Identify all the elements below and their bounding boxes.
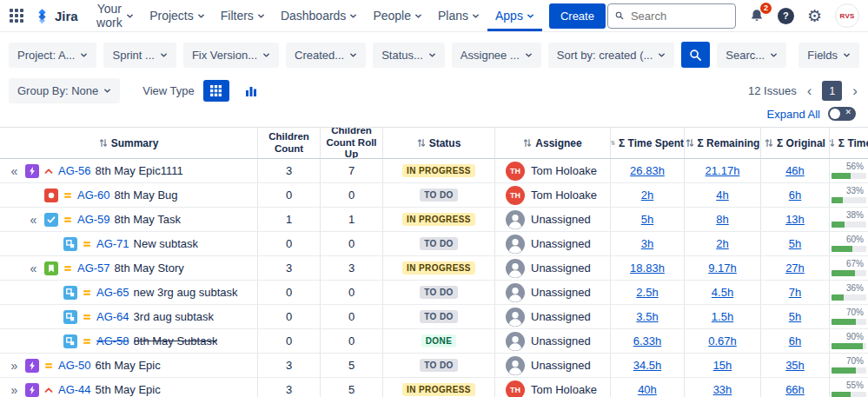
fields-dropdown[interactable]: Fields bbox=[798, 43, 859, 68]
time-spent-link[interactable]: 6.33h bbox=[633, 334, 662, 347]
filter-dropdown-assignee[interactable]: Assignee ... bbox=[452, 43, 541, 68]
time-spent-link[interactable]: 34.5h bbox=[633, 359, 662, 372]
remaining-link[interactable]: 0.67h bbox=[708, 334, 737, 347]
time-spent-link[interactable]: 2h bbox=[641, 189, 653, 202]
remaining-link[interactable]: 4.5h bbox=[712, 286, 733, 299]
remaining-link[interactable]: 1.5h bbox=[712, 310, 733, 323]
nav-item-dashboards[interactable]: Dashboards bbox=[273, 0, 366, 31]
filter-search-button[interactable] bbox=[681, 42, 710, 68]
remaining-link[interactable]: 2h bbox=[716, 237, 728, 250]
expand-all-toggle[interactable]: ✕ bbox=[828, 107, 856, 121]
nav-item-filters[interactable]: Filters bbox=[213, 0, 273, 31]
prev-page-button[interactable]: ‹ bbox=[805, 83, 814, 98]
create-button[interactable]: Create bbox=[549, 3, 606, 29]
original-link[interactable]: 46h bbox=[785, 164, 805, 177]
header-status[interactable]: Status bbox=[383, 128, 495, 159]
filter-dropdown-sprint[interactable]: Sprint ... bbox=[103, 43, 176, 68]
issue-key-link[interactable]: AG-64 bbox=[96, 310, 129, 323]
summary-cell: AG-71 New subtask bbox=[0, 232, 258, 256]
header-time-percent[interactable]: Σ Time bbox=[830, 128, 868, 159]
original-link[interactable]: 13h bbox=[785, 213, 805, 226]
jira-logo[interactable]: Jira bbox=[34, 8, 78, 24]
bar-chart-icon bbox=[245, 85, 257, 96]
expand-all-link[interactable]: Expand All bbox=[767, 108, 820, 121]
issue-summary: new 3rg aug subtask bbox=[134, 286, 238, 299]
view-type-label: View Type bbox=[142, 84, 195, 97]
expand-row-chevron[interactable]: » bbox=[8, 359, 21, 373]
original-link[interactable]: 5h bbox=[789, 310, 801, 323]
original-link[interactable]: 6h bbox=[789, 334, 801, 347]
time-spent-link[interactable]: 3.5h bbox=[636, 310, 658, 323]
issue-key-link[interactable]: AG-59 bbox=[77, 213, 110, 226]
remaining-link[interactable]: 8h bbox=[716, 213, 728, 226]
table-row: « AG-56 8th May Epic1111 3 7 IN PROGRESS… bbox=[0, 159, 868, 183]
original-link[interactable]: 7h bbox=[789, 286, 801, 299]
time-spent-link[interactable]: 26.83h bbox=[630, 164, 665, 177]
remaining-link[interactable]: 15h bbox=[713, 359, 732, 372]
nav-item-apps[interactable]: Apps bbox=[487, 0, 542, 31]
app-switcher-icon[interactable] bbox=[9, 7, 25, 24]
group-by-dropdown[interactable]: Group By: None bbox=[9, 78, 120, 103]
user-avatar[interactable]: RVS bbox=[835, 3, 859, 28]
status-cell: IN PROGRESS bbox=[383, 378, 495, 397]
time-spent-link[interactable]: 5h bbox=[641, 213, 653, 226]
nav-item-your-work[interactable]: Your work bbox=[89, 0, 142, 31]
time-spent-link[interactable]: 2.5h bbox=[636, 286, 658, 299]
header-remaining[interactable]: Σ Remaining bbox=[685, 128, 761, 159]
chart-view-button[interactable] bbox=[238, 80, 264, 102]
filter-dropdown-fix-version[interactable]: Fix Version... bbox=[183, 43, 279, 68]
original-link[interactable]: 27h bbox=[785, 261, 805, 275]
settings-gear-icon[interactable]: ⚙ bbox=[807, 8, 822, 24]
issue-key-link[interactable]: AG-58 bbox=[96, 334, 129, 347]
notifications-bell-icon[interactable]: 2 bbox=[749, 8, 765, 23]
header-summary[interactable]: Summary bbox=[0, 128, 258, 159]
filter-dropdown-project[interactable]: Project: A... bbox=[9, 43, 96, 68]
remaining-link[interactable]: 21.17h bbox=[706, 164, 740, 177]
filter-dropdown-status[interactable]: Status... bbox=[373, 43, 445, 68]
issue-key-link[interactable]: AG-65 bbox=[96, 286, 129, 299]
header-children-count[interactable]: Children Count bbox=[258, 128, 321, 159]
saved-search-dropdown[interactable]: Searc... bbox=[717, 43, 786, 68]
remaining-link[interactable]: 33h bbox=[713, 383, 732, 396]
header-children-rollup[interactable]: Children Count Roll Up bbox=[321, 128, 383, 159]
issue-key-link[interactable]: AG-50 bbox=[58, 359, 91, 372]
time-spent-link[interactable]: 3h bbox=[641, 237, 653, 250]
original-link[interactable]: 5h bbox=[789, 237, 801, 250]
issue-key-link[interactable]: AG-60 bbox=[77, 189, 110, 202]
search-input[interactable] bbox=[629, 9, 728, 23]
issue-key-link[interactable]: AG-71 bbox=[96, 237, 129, 250]
original-link[interactable]: 35h bbox=[785, 359, 805, 372]
nav-item-projects[interactable]: Projects bbox=[142, 0, 213, 31]
children-rollup-cell: 5 bbox=[321, 378, 383, 397]
time-spent-cell: 3h bbox=[611, 232, 685, 256]
remaining-link[interactable]: 4h bbox=[716, 189, 728, 202]
help-icon[interactable]: ? bbox=[778, 8, 794, 24]
unassigned-avatar-icon bbox=[506, 332, 525, 351]
original-link[interactable]: 66h bbox=[785, 383, 805, 396]
header-time-spent[interactable]: Σ Time Spent bbox=[611, 128, 685, 159]
issue-key-link[interactable]: AG-57 bbox=[77, 261, 110, 275]
time-spent-cell: 2.5h bbox=[611, 281, 685, 305]
collapse-row-chevron[interactable]: « bbox=[8, 164, 21, 178]
time-spent-link[interactable]: 40h bbox=[638, 383, 657, 396]
header-original[interactable]: Σ Original bbox=[761, 128, 830, 159]
table-row: AG-71 New subtask 0 0 TO DO Unassigned 3… bbox=[0, 232, 868, 256]
nav-item-plans[interactable]: Plans bbox=[430, 0, 487, 31]
nav-item-people[interactable]: People bbox=[365, 0, 430, 31]
current-page-button[interactable]: 1 bbox=[822, 81, 842, 101]
filter-dropdown-sort-by[interactable]: Sort by: created (... bbox=[548, 43, 675, 68]
collapse-row-chevron[interactable]: « bbox=[27, 261, 40, 275]
filter-dropdown-created[interactable]: Created... bbox=[286, 43, 366, 68]
sort-icon bbox=[99, 138, 108, 148]
header-assignee[interactable]: Assignee bbox=[495, 128, 611, 159]
table-view-button[interactable] bbox=[203, 80, 229, 102]
issue-key-link[interactable]: AG-44 bbox=[58, 383, 91, 396]
expand-row-chevron[interactable]: » bbox=[8, 383, 21, 397]
collapse-row-chevron[interactable]: « bbox=[27, 213, 40, 227]
remaining-link[interactable]: 9.17h bbox=[708, 261, 737, 275]
issue-key-link[interactable]: AG-56 bbox=[58, 164, 91, 177]
progress-bar bbox=[832, 246, 866, 252]
time-spent-link[interactable]: 18.83h bbox=[630, 261, 665, 275]
original-link[interactable]: 6h bbox=[789, 189, 801, 202]
next-page-button[interactable]: › bbox=[851, 83, 859, 98]
